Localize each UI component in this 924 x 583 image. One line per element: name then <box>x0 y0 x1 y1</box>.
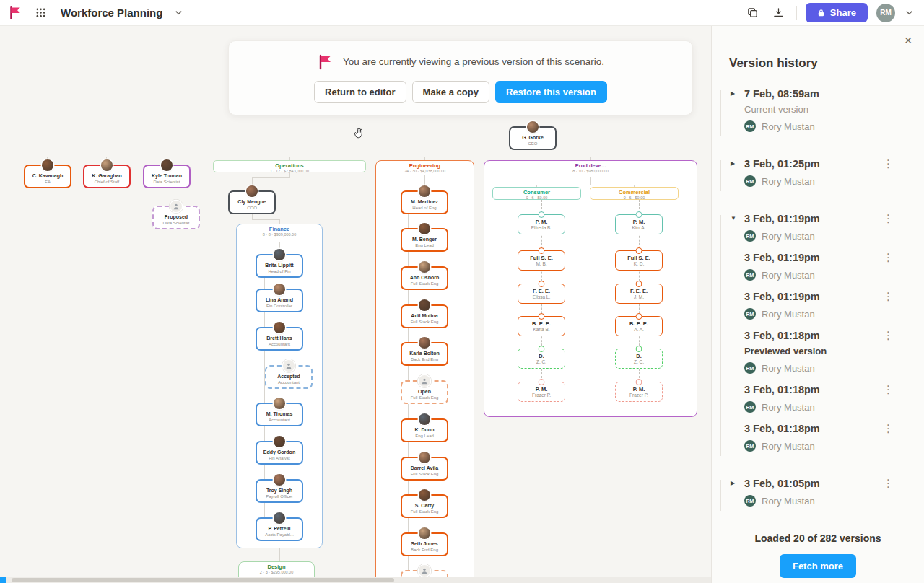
person-card[interactable]: Cly MengueCOO <box>228 190 276 214</box>
kebab-menu-icon[interactable]: ⋮ <box>883 478 894 489</box>
kebab-menu-icon[interactable]: ⋮ <box>883 252 894 263</box>
position-card[interactable]: F. E. E.Elissa L. <box>518 284 565 304</box>
person-role: Head of Eng <box>402 205 447 211</box>
author-name: Rory Mustan <box>762 402 815 413</box>
kebab-menu-icon[interactable]: ⋮ <box>883 423 894 434</box>
org-connector-line <box>590 177 591 185</box>
download-icon[interactable] <box>770 4 788 22</box>
version-entry[interactable]: 3 Feb, 01:19pmRMRory Mustan⋮ <box>744 252 924 281</box>
position-holder: Z. C. <box>616 359 662 365</box>
horizontal-scrollbar-thumb[interactable] <box>12 578 394 582</box>
person-card[interactable]: G. GorkeCEO <box>509 126 557 150</box>
expand-icon[interactable]: ▶ <box>731 90 735 97</box>
position-holder: Elissa L. <box>518 294 565 300</box>
kebab-menu-icon[interactable]: ⋮ <box>883 330 894 341</box>
position-card[interactable]: P. M.Frazer P. <box>615 382 663 402</box>
org-canvas[interactable]: You are currently viewing a previous ver… <box>0 26 711 583</box>
person-card[interactable]: Kyle TrumanData Scientist <box>143 165 191 188</box>
restore-version-button[interactable]: Restore this version <box>495 81 607 103</box>
person-card[interactable]: Brett HansAccountant <box>256 327 303 351</box>
person-card[interactable]: P. PetrelliAccts Payabl... <box>256 517 303 541</box>
share-button[interactable]: Share <box>806 3 868 22</box>
person-card[interactable]: Eddy GordonFin Analyst <box>256 441 303 465</box>
close-panel-icon[interactable]: ✕ <box>904 35 912 46</box>
make-a-copy-button[interactable]: Make a copy <box>412 81 489 103</box>
version-entry[interactable]: ▶3 Feb, 01:05pmRMRory Mustan⋮ <box>744 478 924 507</box>
person-card[interactable]: Darrel AvilaFull Stack Eng <box>401 457 448 481</box>
person-name: S. Carty <box>402 502 447 509</box>
person-photo <box>419 413 430 425</box>
app-grid-icon[interactable] <box>32 4 49 22</box>
expand-icon[interactable]: ▶ <box>731 160 735 167</box>
version-entry[interactable]: ▶7 Feb, 08:59amCurrent versionRMRory Mus… <box>744 88 924 132</box>
role-dot-icon <box>636 346 642 352</box>
person-card[interactable]: C. KavanaghEA <box>24 165 71 188</box>
author-avatar: RM <box>744 440 756 452</box>
position-card[interactable]: Full S. E.M. B. <box>518 250 565 271</box>
version-entry[interactable]: 3 Feb, 01:19pmRMRory Mustan⋮ <box>744 291 924 320</box>
author-name: Rory Mustan <box>762 309 815 320</box>
author-name: Rory Mustan <box>762 270 815 281</box>
person-role: Accountant <box>257 341 302 347</box>
scenario-menu-chevron-icon[interactable] <box>170 4 187 22</box>
person-card[interactable]: M. MartinezHead of Eng <box>401 190 448 214</box>
expand-icon[interactable]: ▶ <box>731 480 735 486</box>
open-position-card[interactable]: AcceptedAccountant <box>265 365 313 389</box>
person-card[interactable]: Adil MolinaFull Stack Eng <box>401 304 448 328</box>
app-logo-icon[interactable] <box>7 4 25 22</box>
person-card[interactable]: Ann OsbornFull Stack Eng <box>401 266 448 290</box>
user-avatar[interactable]: RM <box>876 4 895 22</box>
kebab-menu-icon[interactable]: ⋮ <box>883 384 894 395</box>
collapse-icon[interactable]: ▼ <box>731 215 736 222</box>
version-entry[interactable]: 3 Feb, 01:18pmRMRory Mustan⋮ <box>744 423 924 452</box>
position-card[interactable]: D.Z. C. <box>615 349 663 369</box>
position-card[interactable]: D.Z. C. <box>518 349 565 369</box>
position-card[interactable]: P. M.Frazer P. <box>518 382 565 402</box>
person-card[interactable]: K. DunnEng Lead <box>401 418 448 442</box>
person-card[interactable]: Karla BoltonBack End Eng <box>401 342 448 366</box>
person-card[interactable]: S. CartyFull Stack Eng <box>401 494 448 518</box>
position-card[interactable]: P. M.Elfreda B. <box>518 214 565 234</box>
author-avatar: RM <box>744 362 756 374</box>
person-card[interactable]: Seth JonesBack End Eng <box>401 532 448 556</box>
person-card[interactable]: Brita LippittHead of Fin <box>256 254 303 278</box>
person-card[interactable]: Troy SinghPayroll Officer <box>256 479 303 503</box>
position-title: Full S. E. <box>518 255 565 261</box>
person-name: M. Thomas <box>257 411 302 417</box>
fetch-more-button[interactable]: Fetch more <box>780 554 856 578</box>
kebab-menu-icon[interactable]: ⋮ <box>883 291 894 302</box>
person-role: Data Scientist <box>154 220 199 226</box>
person-name: Cly Mengue <box>230 198 274 205</box>
duplicate-icon[interactable] <box>744 4 762 22</box>
person-photo <box>42 159 53 171</box>
version-entry[interactable]: ▼3 Feb, 01:19pmRMRory Mustan⋮ <box>744 213 924 242</box>
version-author: RMRory Mustan <box>744 440 924 452</box>
kebab-menu-icon[interactable]: ⋮ <box>883 158 894 170</box>
person-card[interactable]: M. BengerEng Lead <box>401 228 448 252</box>
person-card[interactable]: M. ThomasAccountant <box>256 403 303 426</box>
position-card[interactable]: B. E. E.Karla B. <box>518 316 565 336</box>
person-card[interactable]: Lina AnandFin Controller <box>256 289 303 312</box>
team-header-consumer[interactable]: Consumer0 · 6 · $0.00 <box>492 187 581 200</box>
version-history-panel: ✕ Version history ▶7 Feb, 08:59amCurrent… <box>711 26 924 583</box>
version-entry[interactable]: 3 Feb, 01:18pmRMRory Mustan⋮ <box>744 384 924 413</box>
return-to-editor-button[interactable]: Return to editor <box>314 81 406 103</box>
position-card[interactable]: P. M.Kim A. <box>615 214 663 234</box>
org-connector-line <box>590 157 591 160</box>
app-window: Workforce Planning Share RM <box>0 0 924 583</box>
kebab-menu-icon[interactable]: ⋮ <box>883 213 894 224</box>
version-entry[interactable]: 3 Feb, 01:18pmPreviewed versionRMRory Mu… <box>744 330 924 374</box>
team-header-commercial[interactable]: Commercial0 · 6 · $0.00 <box>590 187 679 200</box>
person-card[interactable]: K. GaraghanChief of Staff <box>83 165 131 188</box>
position-card[interactable]: B. E. E.A. A. <box>615 316 663 336</box>
position-card[interactable]: F. E. E.J. M. <box>615 284 663 304</box>
open-position-card[interactable]: OpenFull Stack Eng <box>401 380 448 404</box>
department-header-operations[interactable]: Operations1 · 12 · $7,843,000.00 <box>213 160 366 172</box>
account-chevron-icon[interactable] <box>904 4 914 22</box>
person-role: Full Stack Eng <box>402 471 447 477</box>
position-card[interactable]: Full S. E.K. D. <box>615 250 663 271</box>
open-position-card[interactable]: ProposedData Scientist <box>152 206 200 229</box>
person-role: Payroll Officer <box>257 494 302 499</box>
horizontal-scrollbar[interactable] <box>0 577 711 583</box>
version-entry[interactable]: ▶3 Feb, 01:25pmRMRory Mustan⋮ <box>744 158 924 187</box>
